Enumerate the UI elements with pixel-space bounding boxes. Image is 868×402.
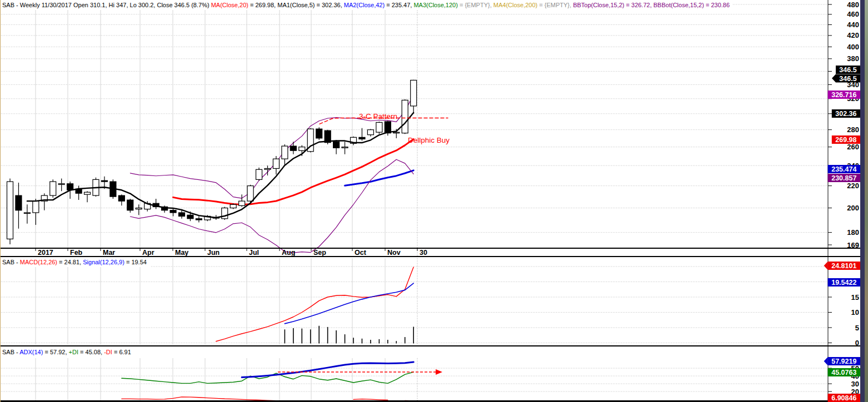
y-tick-label: 169 [847,241,859,249]
title-segment: = 6.91 [112,349,131,355]
macd-value-box: 24.8101 [824,262,860,270]
window-edge-strip [860,0,865,402]
value-box-label: 45.0763 [831,369,856,376]
candle-body[interactable] [367,130,373,135]
window-left-border [0,0,1,402]
title-segment: Signal(12,26,9) [83,259,124,265]
value-box-label: 230.857 [831,174,856,182]
macd-value-box: 19.5422 [828,278,860,287]
title-segment: = 19.54 [124,259,147,265]
value-box-arrow-icon [824,262,828,270]
y-tick-label: 220 [847,182,859,190]
value-box-label: 346.5 [839,75,856,83]
title-segment: = 235.47, [385,2,413,8]
candle-body[interactable] [411,80,417,105]
price-value-box: 346.5 [836,66,860,74]
candle-body[interactable] [179,213,185,216]
x-tick-label: Feb [70,249,83,257]
value-box-label: 19.5422 [831,279,856,287]
price-value-box: 326.716 [828,91,860,99]
y-tick-label: 480 [847,1,859,9]
candle-body[interactable] [230,204,236,208]
y-tick-label: 440 [847,21,859,29]
value-box-label: 326.716 [831,91,856,99]
x-tick-label: 30 [420,249,427,257]
candle-body[interactable] [7,182,13,239]
value-box-label: 269.98 [835,136,856,144]
title-segment: MA2(Close,42) [344,2,385,8]
adx-value-box: 57.9219 [824,357,860,365]
candle-body[interactable] [24,213,30,213]
candle-body[interactable] [342,147,348,148]
candle-body[interactable] [290,146,296,150]
candle-body[interactable] [247,186,253,202]
chart-canvas[interactable]: 3-C PatternDellphic Buy2017FebMarAprMayJ… [0,0,868,402]
candle-body[interactable] [256,169,262,179]
candle-body[interactable] [136,208,142,209]
candle-body[interactable] [282,146,288,159]
adx-line [242,362,413,378]
candle-body[interactable] [170,210,176,213]
x-tick-label: Jun [207,249,220,257]
desktop-background-sliver [865,0,868,402]
buy-signal-arrow-icon [436,369,442,375]
y-tick-label: 380 [847,54,859,63]
title-segment: BBBot(Close,15,2) = 230.86 [654,2,730,8]
macd-signal-line [285,283,413,324]
candle-body[interactable] [239,201,245,205]
title-segment: MA3(Close,120) [413,2,457,8]
candle-body[interactable] [273,159,279,168]
x-tick-label: 2017 [38,249,53,257]
adx-pane-title: SAB - ADX(14) = 57.92, +DI = 45.08, -DI … [0,348,134,357]
candle-body[interactable] [67,184,73,190]
x-tick-label: May [175,249,188,257]
candle-body[interactable] [187,215,193,219]
title-segment: SAB - Weekly 11/30/2017 Open 310.1, Hi 3… [2,2,211,8]
y-tick-label: 260 [847,143,859,151]
y-tick-label: 460 [847,10,859,18]
y-tick-label: 30 [851,380,859,388]
y-tick-label: 5 [855,324,859,332]
title-segment: = 24.81, [57,259,83,265]
title-segment: BBTop(Close,15,2) = 326.72, [573,2,654,8]
title-segment: +DI [69,349,78,355]
candle-body[interactable] [393,132,400,133]
chart-application-window: 3-C PatternDellphic Buy2017FebMarAprMayJ… [0,0,868,402]
title-segment: SAB - [2,349,19,355]
candle-body[interactable] [50,182,56,195]
candle-body[interactable] [196,219,202,220]
y-tick-label: 0 [855,339,859,347]
candle-body[interactable] [299,147,305,150]
value-box-label: 346.5 [839,66,856,74]
candle-body[interactable] [127,200,133,210]
macd-histogram [285,326,413,344]
title-segment: SAB - [2,259,20,265]
adx-value-box: 6.90846 [828,394,860,402]
candle-body[interactable] [101,180,107,182]
candle-body[interactable] [359,137,365,139]
value-box-label: 302.36 [835,110,856,118]
annotation-text: Dellphic Buy [408,136,450,144]
minus-di-line [353,399,388,400]
candle-body[interactable] [16,195,22,210]
adx-value-box: 45.0763 [828,368,860,376]
value-box-label: 24.8101 [831,262,856,270]
candle-body[interactable] [84,192,91,194]
title-segment: = 269.98, MA1(Close,5) = 302.36, [248,2,344,8]
title-segment: MA4(Close,200) [493,2,537,8]
candlesticks[interactable] [7,80,417,244]
candle-body[interactable] [265,168,271,169]
candle-body[interactable] [33,201,39,213]
title-segment: = {EMPTY}, [537,2,573,8]
candle-body[interactable] [333,142,340,148]
y-tick-label: 15 [851,293,859,302]
minus-di-line [122,397,276,401]
price-value-box: 235.474 [828,165,860,173]
candle-body[interactable] [118,195,124,201]
candle-body[interactable] [58,184,64,184]
candle-body[interactable] [316,129,322,138]
x-tick-label: Apr [142,249,154,257]
y-tick-label: 420 [847,31,859,39]
candle-body[interactable] [402,100,408,133]
candle-body[interactable] [376,122,382,132]
